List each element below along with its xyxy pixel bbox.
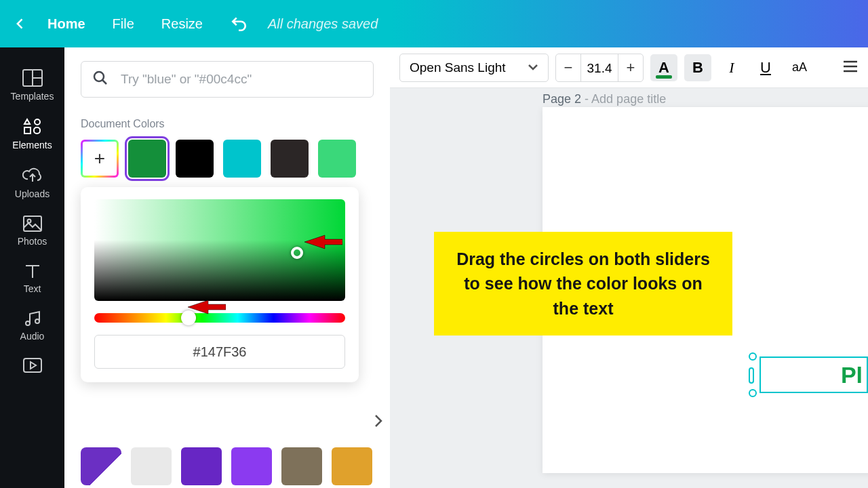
nav-text[interactable]: Text bbox=[0, 255, 64, 302]
svg-point-3 bbox=[35, 119, 40, 125]
videos-icon bbox=[0, 358, 64, 373]
svg-marker-14 bbox=[188, 300, 226, 314]
uploads-icon bbox=[0, 167, 64, 184]
document-colors-row: + bbox=[81, 140, 374, 178]
font-size-stepper: − 31.4 + bbox=[555, 54, 644, 82]
nav-label: Elements bbox=[0, 140, 64, 150]
nav-elements[interactable]: Elements bbox=[0, 110, 64, 159]
nav-label: Uploads bbox=[0, 188, 64, 199]
page-number: Page 2 bbox=[542, 92, 581, 106]
svg-point-7 bbox=[27, 220, 31, 223]
decrease-size-button[interactable]: − bbox=[556, 59, 580, 77]
text-color-button[interactable]: A bbox=[650, 54, 677, 81]
text-case-button[interactable]: aA bbox=[786, 54, 813, 81]
color-swatch[interactable] bbox=[318, 140, 356, 178]
side-nav: Templates Elements Uploads Photos Text A… bbox=[0, 47, 64, 488]
audio-icon bbox=[0, 310, 64, 327]
home-link[interactable]: Home bbox=[47, 16, 85, 32]
undo-icon[interactable] bbox=[230, 15, 248, 33]
nav-videos[interactable] bbox=[0, 350, 64, 385]
text-toolbar: Open Sans Light − 31.4 + A B I U aA bbox=[390, 47, 868, 88]
font-name: Open Sans Light bbox=[410, 60, 506, 75]
svg-rect-4 bbox=[24, 127, 31, 134]
photo-color-swatch[interactable] bbox=[281, 447, 322, 485]
page-title-placeholder: Add page title bbox=[591, 92, 666, 106]
color-swatch[interactable] bbox=[271, 140, 309, 178]
nav-label: Text bbox=[0, 283, 64, 294]
resize-menu[interactable]: Resize bbox=[161, 16, 203, 32]
save-status: All changes saved bbox=[268, 16, 378, 32]
document-colors-label: Document Colors bbox=[81, 118, 374, 130]
color-picker-popover: #147F36 bbox=[81, 187, 359, 382]
annotation-arrow bbox=[188, 298, 226, 319]
underline-button[interactable]: U bbox=[752, 54, 779, 81]
bold-button[interactable]: B bbox=[684, 54, 711, 81]
text-icon bbox=[0, 263, 64, 279]
italic-button[interactable]: I bbox=[718, 54, 745, 81]
annotation-callout: Drag the circles on both sliders to see … bbox=[434, 232, 732, 336]
nav-label: Audio bbox=[0, 331, 64, 342]
nav-label: Photos bbox=[0, 236, 64, 247]
templates-icon bbox=[0, 69, 64, 87]
more-options-icon[interactable] bbox=[842, 60, 859, 76]
color-search-input[interactable]: Try "blue" or "#00c4cc" bbox=[81, 61, 374, 98]
add-color-swatch[interactable]: + bbox=[81, 140, 119, 178]
color-swatch[interactable] bbox=[176, 140, 214, 178]
annotation-arrow bbox=[304, 233, 342, 253]
svg-rect-6 bbox=[24, 216, 41, 231]
nav-uploads[interactable]: Uploads bbox=[0, 159, 64, 207]
svg-line-12 bbox=[102, 80, 106, 84]
color-swatch[interactable] bbox=[223, 140, 261, 178]
nav-photos[interactable]: Photos bbox=[0, 207, 64, 255]
search-placeholder: Try "blue" or "#00c4cc" bbox=[121, 72, 252, 87]
svg-point-11 bbox=[94, 72, 104, 81]
photo-color-swatch[interactable] bbox=[181, 447, 222, 485]
selected-text-box[interactable]: Pl bbox=[760, 357, 868, 393]
selection-handle[interactable] bbox=[749, 352, 757, 361]
hex-input[interactable]: #147F36 bbox=[94, 335, 345, 369]
chevron-down-icon bbox=[528, 60, 538, 75]
svg-rect-10 bbox=[24, 359, 41, 372]
top-toolbar: Home File Resize All changes saved bbox=[0, 0, 868, 47]
elements-icon bbox=[0, 118, 64, 136]
text-color-a-icon: A bbox=[658, 59, 669, 77]
back-icon[interactable] bbox=[14, 17, 27, 30]
increase-size-button[interactable]: + bbox=[618, 59, 643, 77]
nav-audio[interactable]: Audio bbox=[0, 302, 64, 350]
selection-handle[interactable] bbox=[749, 389, 757, 397]
color-swatch[interactable] bbox=[128, 140, 166, 178]
page-label[interactable]: Page 2 - Add page title bbox=[542, 92, 666, 106]
text-color-swatch-bar bbox=[656, 75, 672, 79]
nav-label: Templates bbox=[0, 91, 64, 102]
photo-color-swatch[interactable] bbox=[81, 447, 121, 485]
chevron-right-icon[interactable] bbox=[374, 413, 383, 431]
search-icon bbox=[92, 70, 108, 89]
svg-marker-13 bbox=[304, 235, 342, 249]
photo-color-swatch[interactable] bbox=[332, 447, 372, 485]
text-content: Pl bbox=[841, 362, 863, 388]
font-dropdown[interactable]: Open Sans Light bbox=[399, 54, 549, 82]
color-panel: Try "blue" or "#00c4cc" Document Colors … bbox=[64, 47, 390, 488]
photo-color-swatch[interactable] bbox=[131, 447, 172, 485]
photos-icon bbox=[0, 216, 64, 232]
photo-colors-row bbox=[81, 447, 372, 485]
rotate-handle[interactable] bbox=[749, 367, 754, 384]
photo-color-swatch[interactable] bbox=[231, 447, 272, 485]
nav-templates[interactable]: Templates bbox=[0, 61, 64, 110]
svg-rect-5 bbox=[34, 127, 40, 134]
file-menu[interactable]: File bbox=[113, 16, 134, 32]
font-size-value[interactable]: 31.4 bbox=[580, 54, 618, 81]
sl-cursor[interactable] bbox=[291, 247, 303, 259]
